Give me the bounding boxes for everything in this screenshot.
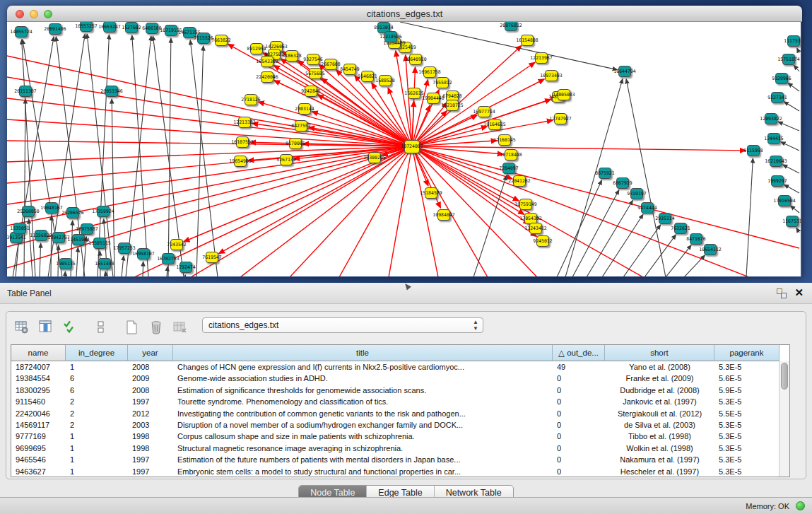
table-cell[interactable]: 9465546 xyxy=(11,454,66,465)
table-scrollbar[interactable] xyxy=(779,361,789,477)
graph-node[interactable] xyxy=(170,239,183,250)
graph-node[interactable] xyxy=(146,23,158,34)
graph-node[interactable] xyxy=(165,25,177,36)
table-cell[interactable]: 9463627 xyxy=(11,466,66,477)
table-cell[interactable]: 5.9E-5 xyxy=(714,385,779,396)
table-cell[interactable]: Estimation of the future numbers of pati… xyxy=(173,454,553,465)
graph-node[interactable] xyxy=(519,199,532,210)
graph-node[interactable] xyxy=(767,133,780,144)
graph-node[interactable] xyxy=(97,206,110,217)
graph-node[interactable] xyxy=(770,156,782,167)
graph-node[interactable] xyxy=(630,188,643,199)
column-header[interactable]: in_degree xyxy=(66,345,128,361)
graph-node[interactable] xyxy=(498,134,511,146)
graph-node[interactable] xyxy=(488,119,501,130)
table-cell[interactable]: Corpus callosum shape and size in male p… xyxy=(173,431,553,442)
graph-node[interactable] xyxy=(404,140,420,153)
graph-node[interactable] xyxy=(81,223,93,235)
table-cell[interactable]: 2012 xyxy=(128,408,173,419)
graph-node[interactable] xyxy=(641,202,654,214)
graph-node[interactable] xyxy=(45,202,58,214)
graph-node[interactable] xyxy=(305,86,317,97)
table-cell[interactable]: 5.3E-5 xyxy=(714,431,779,442)
table-cell[interactable]: 0 xyxy=(553,373,605,384)
graph-node[interactable] xyxy=(309,68,322,79)
table-cell[interactable]: 1 xyxy=(66,431,128,442)
table-cell[interactable]: 0 xyxy=(553,408,605,419)
graph-node[interactable] xyxy=(261,71,273,83)
graph-node[interactable] xyxy=(289,138,302,149)
graph-node[interactable] xyxy=(80,22,93,32)
graph-node[interactable] xyxy=(206,252,218,263)
column-visibility-icon[interactable] xyxy=(37,319,54,336)
row-height-icon[interactable] xyxy=(93,319,110,336)
graph-node[interactable] xyxy=(22,206,35,217)
table-cell[interactable]: 5.3E-5 xyxy=(714,443,779,454)
network-window-titlebar[interactable]: citations_edges.txt xyxy=(7,6,802,22)
column-header[interactable]: name xyxy=(11,345,66,361)
graph-node[interactable] xyxy=(747,145,760,156)
table-cell[interactable]: 0 xyxy=(553,466,605,477)
graph-node[interactable] xyxy=(408,88,420,99)
graph-node[interactable] xyxy=(554,113,567,124)
graph-node[interactable] xyxy=(521,35,534,46)
column-header[interactable]: title xyxy=(173,345,553,361)
graph-node[interactable] xyxy=(261,56,273,67)
table-cell[interactable]: 5.3E-5 xyxy=(714,454,779,465)
graph-node[interactable] xyxy=(245,94,257,105)
graph-node[interactable] xyxy=(787,35,800,47)
graph-node[interactable] xyxy=(295,120,307,132)
column-header[interactable]: short xyxy=(605,345,714,361)
graph-node[interactable] xyxy=(238,117,251,128)
table-row[interactable]: 2242004622012Investigating the contribut… xyxy=(11,408,789,419)
table-cell[interactable]: Wolkin et al. (1998) xyxy=(605,443,714,454)
graph-node[interactable] xyxy=(505,149,517,160)
graph-node[interactable] xyxy=(361,71,374,82)
graph-node[interactable] xyxy=(324,59,337,70)
table-cell[interactable]: Dudbridge et al. (2008) xyxy=(605,385,714,396)
table-cell[interactable]: Yano et al. (2008) xyxy=(605,361,714,373)
graph-node[interactable] xyxy=(197,33,210,44)
graph-node[interactable] xyxy=(478,106,490,117)
graph-node[interactable] xyxy=(52,232,65,243)
graph-node[interactable] xyxy=(183,27,196,38)
graph-node[interactable] xyxy=(782,54,795,65)
table-cell[interactable]: Disruption of a novel member of a sodium… xyxy=(173,419,553,431)
table-cell[interactable]: Tibbo et al. (1998) xyxy=(605,431,714,442)
graph-node[interactable] xyxy=(536,235,549,247)
graph-node[interactable] xyxy=(379,75,392,86)
table-cell[interactable]: 5.5E-5 xyxy=(714,408,779,419)
table-cell[interactable]: 0 xyxy=(553,385,605,396)
graph-node[interactable] xyxy=(368,152,381,163)
graph-node[interactable] xyxy=(513,175,526,187)
table-cell[interactable]: 1997 xyxy=(128,454,173,465)
table-cell[interactable]: 2003 xyxy=(128,419,173,431)
table-cell[interactable]: 18300295 xyxy=(11,385,66,396)
table-cell[interactable]: 2009 xyxy=(128,373,173,384)
table-cell[interactable]: 5.3E-5 xyxy=(714,466,779,477)
graph-node[interactable] xyxy=(118,243,131,254)
table-cell[interactable]: 1998 xyxy=(128,443,173,454)
graph-node[interactable] xyxy=(103,22,116,33)
graph-node[interactable] xyxy=(162,253,175,264)
graph-node[interactable] xyxy=(66,207,79,218)
table-row[interactable]: 946362711997Embryonic stem cells: a mode… xyxy=(11,466,789,477)
table-cell[interactable]: Jankovic et al. (1997) xyxy=(605,396,714,407)
graph-node[interactable] xyxy=(250,43,263,54)
graph-node[interactable] xyxy=(236,136,249,148)
graph-node[interactable] xyxy=(35,230,47,241)
graph-node[interactable] xyxy=(529,223,542,234)
table-cell[interactable]: 49 xyxy=(553,361,605,373)
graph-node[interactable] xyxy=(704,244,717,255)
table-cell[interactable]: 1998 xyxy=(128,431,173,442)
table-cell[interactable]: 1997 xyxy=(128,466,173,477)
graph-node[interactable] xyxy=(778,195,791,206)
table-cell[interactable]: 2008 xyxy=(128,385,173,396)
memory-ok-icon[interactable] xyxy=(796,501,805,510)
graph-node[interactable] xyxy=(307,54,319,65)
table-cell[interactable]: 1 xyxy=(66,361,128,373)
graph-node[interactable] xyxy=(659,213,671,224)
graph-node[interactable] xyxy=(436,77,449,88)
graph-node[interactable] xyxy=(343,64,356,75)
table-cell[interactable]: Investigating the contribution of common… xyxy=(173,408,553,419)
